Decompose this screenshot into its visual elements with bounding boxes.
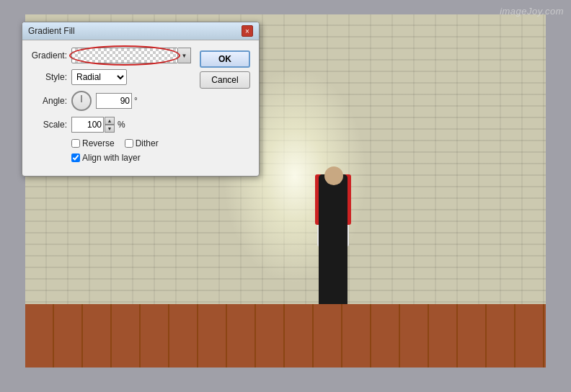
style-row: Style: Radial Linear Angle Reflected Dia… <box>31 69 192 85</box>
style-select[interactable]: Radial Linear Angle Reflected Diamond <box>71 69 127 85</box>
reverse-checkbox-label[interactable]: Reverse <box>71 138 115 148</box>
ground-floor <box>25 304 546 368</box>
dither-checkbox-label[interactable]: Dither <box>125 138 159 148</box>
scale-stepper-down[interactable]: ▼ <box>105 125 115 133</box>
angle-dial[interactable] <box>71 91 92 111</box>
cancel-button[interactable]: Cancel <box>200 71 250 89</box>
dialog-titlebar: Gradient Fill × <box>22 22 259 40</box>
dither-label: Dither <box>136 138 159 148</box>
ok-button[interactable]: OK <box>200 50 250 68</box>
scale-label: Scale: <box>31 120 67 130</box>
scale-stepper: ▲ ▼ <box>105 117 115 133</box>
dither-checkbox[interactable] <box>125 139 133 148</box>
buttons-column: OK Cancel <box>192 48 250 167</box>
percent-label: % <box>118 120 125 130</box>
gradient-preview[interactable] <box>71 48 178 63</box>
reverse-checkbox[interactable] <box>71 139 80 148</box>
person-body <box>319 174 348 304</box>
gradient-preview-wrap <box>71 48 178 63</box>
dialog-title: Gradient Fill <box>28 26 75 36</box>
dialog-body: Gradient: ▼ Style: Radial Linear Angle R… <box>22 40 259 176</box>
gradient-label: Gradient: <box>31 50 67 61</box>
close-button[interactable]: × <box>242 25 253 37</box>
scale-stepper-up[interactable]: ▲ <box>105 117 115 125</box>
checkboxes-row-1: Reverse Dither <box>71 138 192 148</box>
reverse-label: Reverse <box>82 138 115 148</box>
person-figure <box>311 160 355 304</box>
gradient-dropdown-button[interactable]: ▼ <box>178 48 191 63</box>
person-head <box>324 166 343 185</box>
angle-dial-indicator <box>81 95 82 102</box>
gradient-row: Gradient: ▼ <box>31 48 192 63</box>
scale-row: Scale: ▲ ▼ % <box>31 117 192 133</box>
gradient-fill-dialog: Gradient Fill × Gradient: ▼ Style: <box>22 22 260 177</box>
dialog-form: Gradient: ▼ Style: Radial Linear Angle R… <box>31 48 192 167</box>
dialog-inner: Gradient: ▼ Style: Radial Linear Angle R… <box>31 48 250 167</box>
degree-symbol: ° <box>134 96 138 106</box>
style-label: Style: <box>31 72 67 82</box>
align-checkbox[interactable] <box>71 153 80 162</box>
watermark: imageJoy.com <box>500 6 564 17</box>
angle-row: Angle: ° <box>31 91 192 111</box>
angle-label: Angle: <box>31 96 67 106</box>
align-checkbox-label[interactable]: Align with layer <box>71 153 141 163</box>
scale-input[interactable] <box>71 117 104 133</box>
checkboxes-row-2: Align with layer <box>71 153 192 163</box>
align-label: Align with layer <box>82 153 141 163</box>
angle-input[interactable] <box>96 93 132 109</box>
